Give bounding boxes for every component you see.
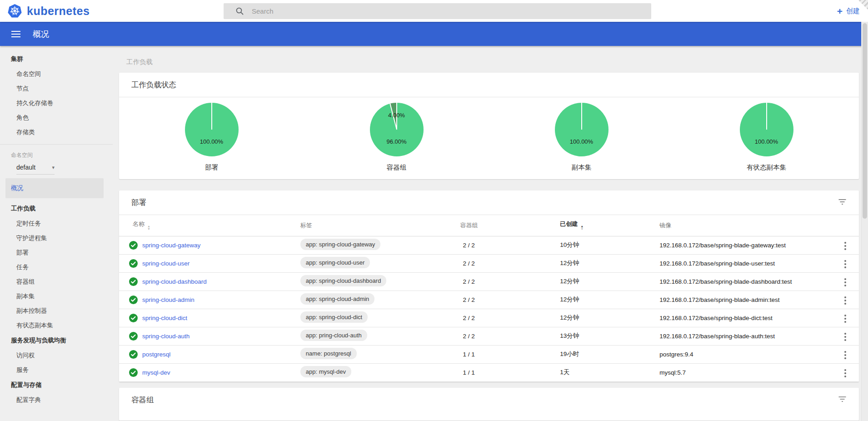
deployment-name-link[interactable]: postgresql (142, 351, 170, 358)
column-header-label: 已创建 (560, 221, 578, 227)
label-chip: app: spring-cloud-user (300, 257, 370, 268)
label-chip: app: pring-cloud-auth (300, 330, 367, 341)
status-ok-icon (129, 314, 138, 322)
column-header-4: 镜像 (659, 215, 838, 236)
sidebar-item-19[interactable]: 服务发现与负载均衡 (0, 333, 113, 348)
sort-arrows-icon: ▲▼ (580, 225, 584, 231)
pie-category-label: 容器组 (387, 163, 407, 172)
pie-percent-label: 100.00% (555, 138, 609, 145)
deployments-table: 名称▲▼标签容器组已创建▲▼镜像 spring-cloud-gateway ap… (119, 215, 859, 382)
workload-pie: 96.00%4.00%容器组 (304, 103, 489, 172)
filter-icon[interactable] (837, 197, 848, 209)
pie-percent-label: 96.00% (370, 138, 424, 145)
kebab-menu-icon[interactable] (842, 240, 849, 252)
sidebar-item-10[interactable]: 工作负载 (0, 201, 113, 216)
menu-hamburger-icon[interactable] (11, 31, 20, 37)
deployment-name-link[interactable]: spring-cloud-dict (142, 315, 187, 321)
deployment-name-link[interactable]: spring-cloud-admin (142, 296, 195, 303)
sidebar-item-2[interactable]: 节点 (0, 81, 113, 96)
chevron-down-icon: ▾ (52, 165, 55, 170)
pie-chart: 100.00% (555, 103, 609, 156)
sidebar-item-13[interactable]: 部署 (0, 246, 113, 260)
column-header-menu (838, 215, 859, 236)
sidebar-item-15[interactable]: 容器组 (0, 275, 113, 289)
brand-wordmark: kubernetes (27, 5, 90, 18)
image-name: 192.168.0.172/base/spring-blade-auth:tes… (659, 327, 838, 345)
image-name: 192.168.0.172/base/spring-blade-dict:tes… (659, 309, 838, 327)
kebab-menu-icon[interactable] (842, 258, 849, 270)
workload-status-pies: 100.00%部署96.00%4.00%容器组100.00%副本集100.00%… (119, 97, 859, 179)
scrollbar-thumb[interactable] (863, 23, 867, 219)
table-row: spring-cloud-admin app: spring-cloud-adm… (119, 291, 859, 309)
deployment-name-link[interactable]: spring-cloud-dashboard (142, 278, 207, 285)
sidebar-item-12[interactable]: 守护进程集 (0, 231, 113, 246)
sidebar-item-4[interactable]: 角色 (0, 110, 113, 125)
sidebar-item-20[interactable]: 访问权 (0, 348, 113, 363)
deployment-name-link[interactable]: mysql-dev (142, 369, 170, 376)
kebab-menu-icon[interactable] (842, 349, 849, 361)
brand[interactable]: kubernetes (7, 4, 90, 19)
sort-arrows-icon: ▲▼ (147, 225, 150, 231)
pods-card-head: 容器组 (119, 388, 859, 412)
deployment-name-link[interactable]: spring-cloud-auth (142, 333, 190, 340)
deployments-card: 部署 名称▲▼标签容器组已创建▲▼镜像 (119, 190, 859, 382)
pie-chart: 96.00%4.00% (370, 103, 424, 156)
label-chip: app: spring-cloud-gateway (300, 239, 380, 250)
pie-chart: 100.00% (185, 103, 239, 156)
pods-count: 2 / 2 (460, 254, 560, 272)
sidebar: 集群命名空间节点持久化存储卷角色存储类命名空间default▾概况工作负载定时任… (0, 46, 113, 421)
status-ok-icon (129, 332, 138, 341)
sidebar-item-1[interactable]: 命名空间 (0, 67, 113, 81)
table-row: spring-cloud-gateway app: spring-cloud-g… (119, 236, 859, 254)
search-input[interactable] (252, 3, 643, 19)
sidebar-item-18[interactable]: 有状态副本集 (0, 318, 113, 333)
sidebar-item-17[interactable]: 副本控制器 (0, 304, 113, 318)
deployment-name-link[interactable]: spring-cloud-user (142, 260, 190, 267)
pie-category-label: 有状态副本集 (747, 163, 786, 172)
pods-count: 2 / 2 (460, 291, 560, 309)
pie-secondary-percent-label: 4.00% (370, 112, 424, 119)
sidebar-divider (0, 144, 113, 145)
sidebar-item-21[interactable]: 服务 (0, 363, 113, 377)
table-row: spring-cloud-user app: spring-cloud-user… (119, 254, 859, 272)
filter-icon[interactable] (837, 394, 848, 406)
deployments-card-head: 部署 (119, 190, 859, 215)
search-bar (224, 3, 651, 19)
deployments-title: 部署 (131, 198, 146, 208)
column-header-0[interactable]: 名称▲▼ (119, 215, 300, 236)
kebab-menu-icon[interactable] (842, 331, 849, 343)
sidebar-item-16[interactable]: 副本集 (0, 289, 113, 304)
kebab-menu-icon[interactable] (842, 295, 849, 306)
sidebar-item-0[interactable]: 集群 (0, 51, 113, 67)
pods-count: 1 / 1 (460, 363, 560, 381)
create-button[interactable]: + 创建 (837, 0, 860, 22)
deployments-header-row: 名称▲▼标签容器组已创建▲▼镜像 (119, 215, 859, 236)
sidebar-item-5[interactable]: 存储类 (0, 125, 113, 140)
sidebar-item-14[interactable]: 任务 (0, 260, 113, 275)
status-ok-icon (129, 241, 138, 250)
kebab-menu-icon[interactable] (842, 276, 849, 288)
deployment-name-link[interactable]: spring-cloud-gateway (142, 242, 200, 249)
sidebar-item-23[interactable]: 配置字典 (0, 393, 113, 407)
kebab-menu-icon[interactable] (842, 367, 849, 379)
created-age: 10分钟 (560, 236, 659, 254)
pods-card: 容器组 (119, 388, 859, 421)
image-name: 192.168.0.172/base/spring-blade-dashboar… (659, 272, 838, 291)
sidebar-item-22[interactable]: 配置与存储 (0, 377, 113, 393)
image-name: 192.168.0.172/base/spring-blade-user:tes… (659, 254, 838, 272)
sidebar-item-11[interactable]: 定时任务 (0, 216, 113, 231)
pie-chart: 100.00% (740, 103, 793, 156)
workload-pie: 100.00%副本集 (489, 103, 674, 172)
pie-category-label: 副本集 (572, 163, 592, 172)
sidebar-item-3[interactable]: 持久化存储卷 (0, 96, 113, 110)
table-row: spring-cloud-dict app: spring-cloud-dict… (119, 309, 859, 327)
label-chip: app: spring-cloud-admin (300, 293, 374, 305)
namespace-select[interactable]: default▾ (16, 164, 55, 175)
pods-count: 2 / 2 (460, 309, 560, 327)
column-header-3[interactable]: 已创建▲▼ (560, 215, 659, 236)
kebab-menu-icon[interactable] (842, 313, 849, 325)
sidebar-item-9[interactable]: 概况 (5, 178, 104, 198)
page-scrollbar[interactable] (861, 22, 868, 421)
kubernetes-logo-icon (7, 4, 22, 19)
workload-status-card-head: 工作负载状态 (119, 73, 859, 97)
